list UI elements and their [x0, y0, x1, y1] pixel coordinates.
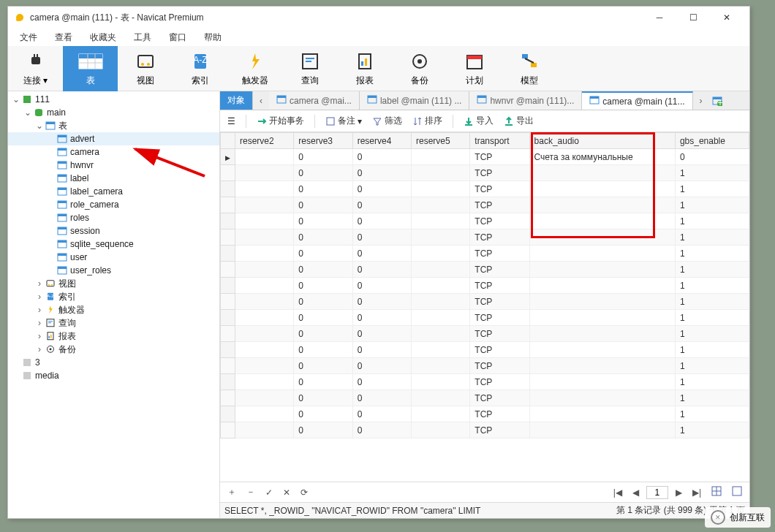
- menu-item[interactable]: 帮助: [197, 30, 229, 45]
- add-record-button[interactable]: ＋: [224, 484, 239, 500]
- table-row[interactable]: 00TCP1: [221, 406, 749, 422]
- table-row[interactable]: 00TCP1: [221, 246, 749, 262]
- tab-list-button[interactable]: ›: [693, 91, 709, 110]
- comment-button[interactable]: 备注 ▾: [322, 113, 365, 129]
- toolbar-backup[interactable]: 备份: [392, 46, 447, 91]
- sql-text: SELECT *, _ROWID_ "NAVICAT_ROWID" FROM "…: [224, 506, 480, 516]
- tree-item[interactable]: ›查询: [8, 316, 219, 330]
- toolbar-plug[interactable]: 连接 ▾: [8, 46, 63, 91]
- apply-button[interactable]: ✓: [262, 486, 276, 499]
- titlebar[interactable]: camera @main (111) - 表 - Navicat Premium…: [8, 7, 749, 28]
- tree-item[interactable]: hwnvr: [8, 159, 219, 172]
- column-header[interactable]: reserve3: [294, 133, 352, 149]
- svg-rect-84: [733, 487, 741, 495]
- table-row[interactable]: 00TCP1: [221, 358, 749, 374]
- column-header[interactable]: reserve4: [352, 133, 411, 149]
- toolbar-table[interactable]: 表: [63, 46, 118, 91]
- prev-page-button[interactable]: ◀: [630, 486, 642, 499]
- cancel-button[interactable]: ✕: [280, 486, 293, 499]
- new-tab-button[interactable]: +: [709, 91, 725, 110]
- column-header[interactable]: back_audio: [529, 133, 675, 149]
- tree-item[interactable]: session: [8, 224, 219, 238]
- import-button[interactable]: 导入: [461, 113, 496, 129]
- column-header[interactable]: transport: [470, 133, 529, 149]
- tree-item[interactable]: ›视图: [8, 277, 219, 290]
- begin-transaction-button[interactable]: 开始事务: [254, 113, 307, 129]
- tree-item[interactable]: ›A-Z索引: [8, 290, 219, 303]
- sort-button[interactable]: 排序: [409, 113, 445, 129]
- tab[interactable]: label @main (111) ...: [360, 91, 470, 110]
- toolbar-index[interactable]: A-Z索引: [173, 46, 227, 91]
- last-page-button[interactable]: ▶|: [689, 486, 704, 499]
- form-view-button[interactable]: [729, 484, 745, 500]
- table-row[interactable]: 00TCP1: [221, 197, 749, 213]
- table-row[interactable]: 00TCP1: [221, 165, 749, 181]
- tree-item[interactable]: ›触发器: [8, 303, 219, 316]
- menu-item[interactable]: 查看: [48, 30, 80, 45]
- tab-prev-button[interactable]: ‹: [253, 91, 269, 110]
- export-button[interactable]: 导出: [501, 113, 537, 129]
- maximize-button[interactable]: ☐: [676, 7, 710, 28]
- table-row[interactable]: 00TCP1: [221, 422, 749, 438]
- svg-rect-40: [58, 188, 67, 190]
- tab[interactable]: camera @main (11...: [582, 91, 692, 110]
- tab[interactable]: 对象: [220, 91, 253, 110]
- refresh-button[interactable]: ⟳: [298, 486, 311, 499]
- tree-item[interactable]: label: [8, 172, 219, 185]
- grid-view-button[interactable]: [708, 484, 725, 500]
- menu-icon[interactable]: ☰: [224, 115, 238, 128]
- close-button[interactable]: ✕: [710, 7, 744, 28]
- tree-item[interactable]: 3: [8, 356, 219, 369]
- tab[interactable]: camera @mai...: [269, 91, 360, 110]
- first-page-button[interactable]: |◀: [610, 486, 625, 499]
- column-header[interactable]: gbs_enable: [675, 133, 749, 149]
- table-row[interactable]: 00TCPСчета за коммунальные0: [221, 149, 749, 165]
- table-row[interactable]: 00TCP1: [221, 390, 749, 406]
- filter-button[interactable]: 筛选: [369, 113, 405, 129]
- tree-item[interactable]: advert: [8, 132, 219, 145]
- tree-item[interactable]: camera: [8, 145, 219, 159]
- toolbar-model[interactable]: 模型: [502, 46, 556, 91]
- table-row[interactable]: 00TCP1: [221, 294, 749, 310]
- tree-item[interactable]: role_camera: [8, 198, 219, 211]
- tree-item[interactable]: ›备份: [8, 343, 219, 356]
- data-grid[interactable]: reserve2reserve3reserve4reserve5transpor…: [220, 132, 749, 482]
- tree-item[interactable]: ⌄main: [8, 106, 219, 119]
- column-header[interactable]: reserve2: [235, 133, 294, 149]
- tree-item[interactable]: ›报表: [8, 330, 219, 343]
- minimize-button[interactable]: ─: [643, 7, 676, 28]
- sidebar[interactable]: ⌄111⌄main⌄表advertcamerahwnvrlabellabel_c…: [8, 91, 220, 518]
- column-header[interactable]: reserve5: [411, 133, 469, 149]
- delete-record-button[interactable]: －: [243, 484, 258, 500]
- tree-item[interactable]: roles: [8, 211, 219, 224]
- table-row[interactable]: 00TCP1: [221, 181, 749, 197]
- table-row[interactable]: 00TCP1: [221, 262, 749, 278]
- toolbar-view[interactable]: 视图: [118, 46, 173, 91]
- tab[interactable]: hwnvr @main (111)...: [469, 91, 582, 110]
- menu-item[interactable]: 工具: [126, 30, 159, 45]
- tree-item[interactable]: media: [8, 369, 219, 382]
- table-row[interactable]: 00TCP1: [221, 342, 749, 358]
- toolbar-query[interactable]: 查询: [282, 46, 337, 91]
- next-page-button[interactable]: ▶: [673, 486, 685, 499]
- table-row[interactable]: 00TCP1: [221, 278, 749, 294]
- tree-item[interactable]: ⌄表: [8, 119, 219, 132]
- menu-item[interactable]: 文件: [12, 30, 45, 45]
- toolbar-schedule[interactable]: 计划: [447, 46, 502, 91]
- table-row[interactable]: 00TCP1: [221, 229, 749, 246]
- tree-item[interactable]: user_roles: [8, 264, 219, 277]
- tree-item[interactable]: label_camera: [8, 185, 219, 198]
- tree-item[interactable]: ⌄111: [8, 93, 219, 106]
- page-input[interactable]: [646, 486, 668, 499]
- table-row[interactable]: 00TCP1: [221, 310, 749, 326]
- tree-item[interactable]: user: [8, 251, 219, 264]
- toolbar-trigger[interactable]: 触发器: [227, 46, 282, 91]
- table-row[interactable]: 00TCP1: [221, 326, 749, 342]
- watermark-text: 创新互联: [730, 512, 765, 524]
- tree-item[interactable]: sqlite_sequence: [8, 238, 219, 251]
- menu-item[interactable]: 收藏夹: [83, 30, 124, 45]
- menu-item[interactable]: 窗口: [162, 30, 194, 45]
- table-row[interactable]: 00TCP1: [221, 213, 749, 229]
- table-row[interactable]: 00TCP1: [221, 374, 749, 390]
- toolbar-report[interactable]: 报表: [337, 46, 392, 91]
